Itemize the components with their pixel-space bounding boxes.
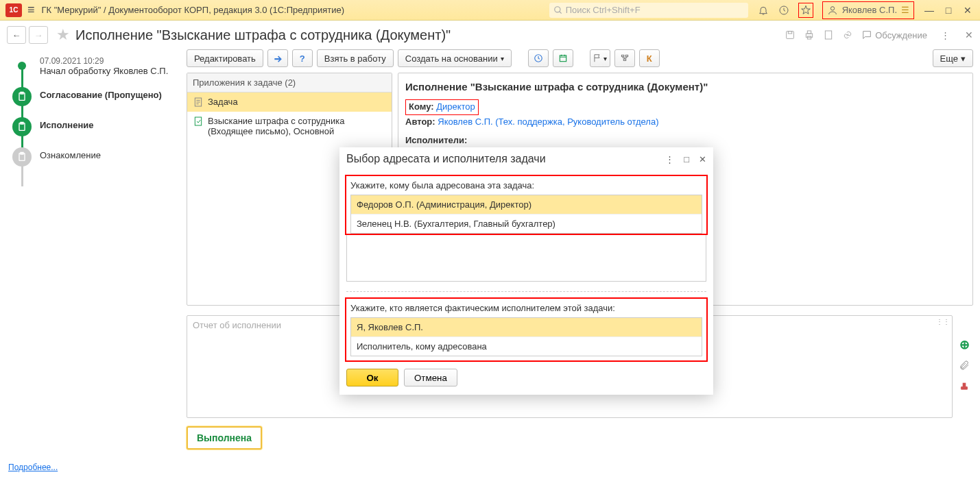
- modal-section2-label: Укажите, кто является фактическим исполн…: [350, 303, 702, 313]
- header-row: ← → ★ Исполнение "Взыскание штрафа с сот…: [0, 21, 980, 49]
- create-base-button[interactable]: Создать на основании▾: [398, 49, 512, 67]
- favorite-star-icon[interactable]: ★: [56, 26, 70, 44]
- forward-arrow-button[interactable]: [267, 49, 288, 67]
- user-area[interactable]: Яковлев С.П. ☰: [822, 1, 914, 19]
- nav-forward-button[interactable]: →: [29, 26, 48, 44]
- svg-rect-16: [625, 55, 628, 56]
- equals-icon[interactable]: ☰: [901, 5, 909, 15]
- attachment-label-0: Задача: [208, 97, 238, 107]
- svg-rect-5: [789, 32, 792, 34]
- timeline-start-text: Начал обработку Яковлев С.П.: [40, 66, 168, 76]
- search-input[interactable]: Поиск Ctrl+Shift+F: [549, 3, 748, 18]
- modal-kebab-icon[interactable]: ⋮: [665, 154, 674, 164]
- svg-rect-14: [560, 56, 566, 62]
- done-button[interactable]: Выполнена: [187, 426, 262, 450]
- modal-header: Выбор адресата и исполнителя задачи ⋮ □ …: [339, 147, 713, 171]
- author-label: Автор:: [405, 116, 435, 127]
- history-icon[interactable]: [778, 5, 789, 16]
- tree-button[interactable]: [614, 49, 635, 67]
- search-placeholder: Поиск Ctrl+Shift+F: [566, 5, 641, 15]
- addressees-empty-space: [346, 234, 706, 282]
- svg-point-0: [554, 6, 560, 12]
- modal-close-icon[interactable]: ✕: [699, 154, 706, 164]
- svg-rect-19: [195, 117, 201, 125]
- save-icon[interactable]: [785, 29, 796, 40]
- details-link[interactable]: Подробнее...: [8, 463, 58, 472]
- divider: [346, 291, 706, 292]
- page-title: Исполнение "Взыскание штрафа с сотрудник…: [75, 27, 451, 43]
- timeline-step-1[interactable]: Согласование (Пропущено): [12, 87, 174, 106]
- addressees-list: Федоров О.П. (Администрация, Директор) З…: [350, 195, 702, 234]
- more-button[interactable]: Еще▾: [933, 49, 973, 67]
- maximize-button[interactable]: □: [942, 5, 955, 16]
- svg-rect-21: [963, 383, 966, 386]
- to-row: Кому: Директор: [405, 99, 479, 115]
- minimize-button[interactable]: —: [922, 5, 936, 16]
- modal-section1-label: Укажите, кому была адресована эта задача…: [350, 180, 702, 191]
- k-button[interactable]: К: [639, 49, 660, 67]
- toolbar: Редактировать ? Взять в работу Создать н…: [187, 49, 973, 67]
- resize-handle-icon[interactable]: ⋮⋮: [936, 318, 950, 326]
- star-icon[interactable]: [799, 3, 813, 17]
- select-addressee-modal: Выбор адресата и исполнителя задачи ⋮ □ …: [339, 147, 713, 395]
- svg-rect-9: [826, 31, 832, 39]
- window-controls: — □ ✕: [922, 5, 975, 16]
- approval-icon: [12, 87, 32, 106]
- calendar-button[interactable]: [553, 49, 573, 67]
- attach-icon[interactable]: [957, 358, 972, 373]
- review-icon: [12, 147, 32, 167]
- svg-rect-6: [806, 34, 813, 37]
- to-link[interactable]: Директор: [436, 101, 475, 112]
- ok-button[interactable]: Ок: [346, 369, 398, 386]
- svg-rect-7: [808, 31, 811, 34]
- link-icon[interactable]: [842, 29, 853, 40]
- document-icon[interactable]: [823, 29, 834, 40]
- report-placeholder: Отчет об исполнении: [193, 320, 281, 330]
- svg-point-3: [830, 6, 834, 10]
- print-icon[interactable]: [804, 29, 815, 40]
- kebab-icon[interactable]: ⋮: [941, 30, 950, 40]
- to-label: Кому:: [409, 101, 434, 112]
- question-button[interactable]: ?: [292, 49, 313, 67]
- author-link[interactable]: Яковлев С.П. (Тех. поддержка, Руководите…: [438, 116, 658, 127]
- document-in-icon: [193, 116, 204, 127]
- close-button[interactable]: ✕: [961, 5, 975, 16]
- discuss-button[interactable]: Обсуждение: [861, 29, 927, 40]
- logo-1c: 1C: [5, 3, 22, 17]
- bell-icon[interactable]: [758, 5, 769, 16]
- hamburger-icon[interactable]: ≡: [27, 3, 35, 17]
- svg-line-1: [559, 11, 561, 13]
- flag-button[interactable]: ▾: [590, 49, 610, 67]
- clock-button[interactable]: [528, 49, 549, 67]
- add-icon[interactable]: ⊕: [957, 337, 972, 352]
- addressee-row-1[interactable]: Зеленец Н.В. (Бухгалтерия, Главный бухга…: [351, 214, 702, 233]
- modal-body: Укажите, кому была адресована эта задача…: [339, 171, 713, 369]
- svg-rect-4: [787, 32, 794, 39]
- user-icon: [827, 5, 838, 16]
- svg-rect-8: [808, 36, 811, 39]
- svg-rect-20: [961, 386, 967, 389]
- performers-label: Исполнители:: [405, 134, 966, 148]
- author-row: Автор: Яковлев С.П. (Тех. поддержка, Рук…: [405, 115, 966, 130]
- executor-row-0[interactable]: Я, Яковлев С.П.: [351, 318, 702, 337]
- timeline-step-3[interactable]: Ознакомление: [12, 147, 174, 167]
- cancel-button[interactable]: Отмена: [404, 369, 457, 386]
- stamp-icon[interactable]: [957, 378, 972, 393]
- attachment-row-task[interactable]: Задача: [187, 93, 392, 112]
- details-title: Исполнение "Взыскание штрафа с сотрудник…: [405, 79, 966, 95]
- modal-maximize-icon[interactable]: □: [684, 154, 689, 164]
- timeline-step-2[interactable]: Исполнение: [12, 117, 174, 136]
- attachment-row-doc[interactable]: Взыскание штрафа с сотрудника (Входящее …: [187, 112, 392, 140]
- app-title: ГК "Меркурий" / Документооборот КОРП, ре…: [42, 5, 345, 15]
- attachments-header: Приложения к задаче (2): [187, 73, 392, 93]
- modal-title: Выбор адресата и исполнителя задачи: [346, 153, 665, 165]
- timeline-step2-label: Исполнение: [40, 117, 93, 136]
- take-work-button[interactable]: Взять в работу: [317, 49, 394, 67]
- addressee-row-0[interactable]: Федоров О.П. (Администрация, Директор): [351, 195, 702, 214]
- nav-back-button[interactable]: ←: [7, 26, 26, 44]
- page-close-icon[interactable]: ✕: [965, 29, 973, 40]
- attachment-label-1: Взыскание штрафа с сотрудника (Входящее …: [208, 116, 386, 136]
- modal-footer: Ок Отмена: [339, 369, 713, 395]
- edit-button[interactable]: Редактировать: [187, 49, 263, 67]
- executor-row-1[interactable]: Исполнитель, кому адресована: [351, 337, 702, 356]
